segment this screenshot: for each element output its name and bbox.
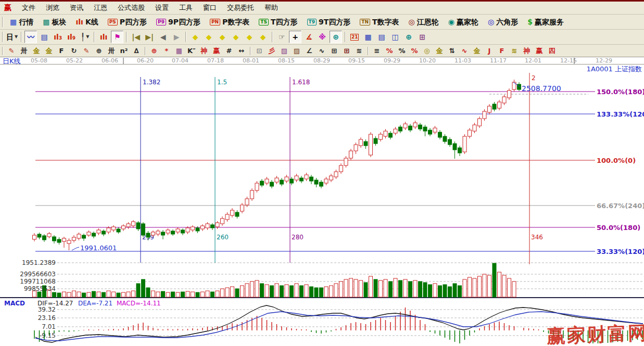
draw-gold-eq[interactable]: 金 — [434, 45, 445, 56]
draw-slant-lines[interactable]: ≋ — [353, 45, 365, 56]
draw-percent-ruler[interactable]: ≡ — [371, 45, 383, 56]
save-button[interactable]: ◫ — [389, 31, 401, 43]
info-panel-button[interactable]: ▤ — [38, 31, 50, 43]
draw-n-square[interactable]: n² — [118, 45, 130, 56]
nav-last-button[interactable]: ▶| — [143, 31, 156, 43]
flag-tool-button[interactable]: ⚑ — [111, 31, 123, 43]
draw-si-line[interactable]: 四 — [546, 45, 558, 56]
draw-percent[interactable]: % — [396, 45, 408, 56]
bars-3-button[interactable]: ıl₃ — [52, 31, 64, 43]
sectors-button[interactable]: ▩板块 — [39, 15, 70, 29]
draw-ying[interactable]: 赢 — [211, 45, 222, 56]
draw-triangle-rule-icon: ∆ — [134, 47, 138, 54]
draw-gann-circle[interactable]: ⊕ — [93, 45, 105, 56]
draw-target[interactable]: ⊕ — [148, 45, 160, 56]
calendar-button[interactable]: 21 — [348, 31, 361, 43]
draw-angle-lines[interactable]: ∠ — [304, 45, 315, 56]
quotes-button[interactable]: ▦行情 — [6, 15, 37, 29]
menu-item-2[interactable]: 资讯 — [65, 2, 89, 14]
draw-span-arrow[interactable]: ↔ — [236, 45, 247, 56]
menu-item-7[interactable]: 窗口 — [198, 2, 222, 14]
draw-fan-grid[interactable]: ▨ — [291, 45, 302, 56]
draw-grid-box[interactable]: ▦ — [173, 45, 185, 56]
period-day-dropdown[interactable]: 日▼ — [6, 31, 18, 43]
diamond-nav-2-button[interactable]: ◆ — [203, 31, 215, 43]
draw-spiral[interactable]: ↻ — [68, 45, 80, 56]
web-button[interactable]: ⊕ — [402, 31, 415, 43]
draw-shen-line[interactable]: 神 — [521, 45, 533, 56]
9t-square-button[interactable]: T99T四方形 — [303, 15, 355, 29]
draw-pen[interactable]: ✎ — [6, 45, 17, 56]
draw-radial[interactable]: * — [161, 45, 172, 56]
diamond-nav-6-button[interactable]: ◆ — [257, 31, 269, 43]
draw-gold-section-2[interactable]: 金 — [43, 45, 55, 56]
diamond-nav-4-button[interactable]: ◆ — [230, 31, 242, 43]
diamond-nav-3-button[interactable]: ◆ — [216, 31, 229, 43]
winner-service-button[interactable]: $赢家服务 — [523, 15, 568, 29]
draw-gold-line[interactable]: 金 — [471, 45, 483, 56]
nav-next-button[interactable]: ▶ — [170, 31, 183, 43]
draw-k-wave[interactable]: K″ — [186, 45, 197, 56]
draw-j-line[interactable]: J — [484, 45, 495, 56]
draw-slant-gold[interactable]: ≋ — [509, 45, 520, 56]
draw-zoom-box[interactable]: ⊡ — [254, 45, 265, 56]
bars-9-button[interactable]: ıl₉ — [65, 31, 78, 43]
candle-body — [127, 224, 130, 227]
gann-wheel-button[interactable]: ◎江恩轮 — [404, 15, 443, 29]
draw-pen-lines[interactable]: ✎ — [81, 45, 92, 56]
nav-first-button[interactable]: |◀ — [130, 31, 142, 43]
trend-chart-button[interactable]: 〰 — [24, 31, 37, 43]
draw-shen[interactable]: 神 — [198, 45, 210, 56]
p-square-button[interactable]: PSP四方形 — [104, 15, 151, 29]
notes-button[interactable]: ▤ — [375, 31, 388, 43]
chart-area[interactable]: 05-0805-2206-0606-2007-0407-1808-0108-15… — [0, 57, 644, 346]
cycle-tool-button[interactable]: ⊛ — [330, 31, 342, 43]
crosshair-tool-button[interactable]: + — [289, 31, 301, 43]
kline-button[interactable]: ılıK线 — [71, 15, 102, 29]
draw-grid-123[interactable]: # — [223, 45, 235, 56]
nav-prev-button[interactable]: ◀ — [157, 31, 169, 43]
hand-tool-button[interactable]: ☞ — [275, 31, 288, 43]
draw-percent-line[interactable]: % — [409, 45, 420, 56]
calculator-button[interactable]: ▦ — [362, 31, 374, 43]
draw-fan-purple[interactable]: ▨ — [279, 45, 290, 56]
menu-item-0[interactable]: 文件 — [17, 2, 41, 14]
candle-style-dropdown[interactable]: ╿▼ — [79, 31, 91, 43]
draw-fan-red[interactable]: 彡 — [266, 45, 277, 56]
9p-square-button[interactable]: P99P四方形 — [152, 15, 205, 29]
hexagon-button[interactable]: ◎六角形 — [484, 15, 522, 29]
draw-ying-line[interactable]: 赢 — [534, 45, 545, 56]
publish-button[interactable]: ⊞ — [416, 31, 428, 43]
diamond-nav-1-button[interactable]: ◆ — [189, 31, 201, 43]
draw-hlines[interactable]: 卅 — [18, 45, 30, 56]
angle-measure-button[interactable]: ∡ — [302, 31, 315, 43]
menu-item-1[interactable]: 浏览 — [41, 2, 65, 14]
draw-gold-circle[interactable]: ◎ — [421, 45, 433, 56]
draw-brush[interactable]: ⇅ — [446, 45, 458, 56]
candle-body — [241, 205, 244, 211]
p-number-table-button[interactable]: PNP数字表 — [206, 15, 254, 29]
menu-item-9[interactable]: 帮助 — [259, 2, 283, 14]
t-number-table-button[interactable]: TNT数字表 — [356, 15, 403, 29]
red-kline-button[interactable]: ılı — [97, 31, 110, 43]
draw-percent-red[interactable]: % — [384, 45, 395, 56]
menu-item-8[interactable]: 交易委托 — [222, 2, 259, 14]
t-square-button[interactable]: TST四方形 — [255, 15, 301, 29]
draw-grid-a[interactable]: ⊞ — [329, 45, 340, 56]
menu-item-3[interactable]: 江恩 — [89, 2, 112, 14]
diamond-nav-5-button[interactable]: ◆ — [243, 31, 256, 43]
draw-f-line[interactable]: F — [496, 45, 508, 56]
menu-item-5[interactable]: 设置 — [150, 2, 174, 14]
menu-item-6[interactable]: 工具 — [174, 2, 198, 14]
winner-wheel-button[interactable]: ◉赢家轮 — [444, 15, 483, 29]
draw-triangle-rule[interactable]: ∆ — [131, 45, 142, 56]
draw-grid-b[interactable]: ⊞ — [341, 45, 352, 56]
draw-fibo-f[interactable]: F — [56, 45, 67, 56]
menu-item-4[interactable]: 公式选股 — [112, 2, 150, 14]
toolbar-separator — [250, 47, 251, 55]
draw-wave-a[interactable]: ∿ — [459, 45, 470, 56]
draw-hlines-2[interactable]: 卅 — [106, 45, 117, 56]
draw-wave[interactable]: ∿ — [316, 45, 327, 56]
draw-gold-section-1[interactable]: 金 — [31, 45, 42, 56]
gann-grid-button[interactable]: ※ — [316, 31, 329, 43]
